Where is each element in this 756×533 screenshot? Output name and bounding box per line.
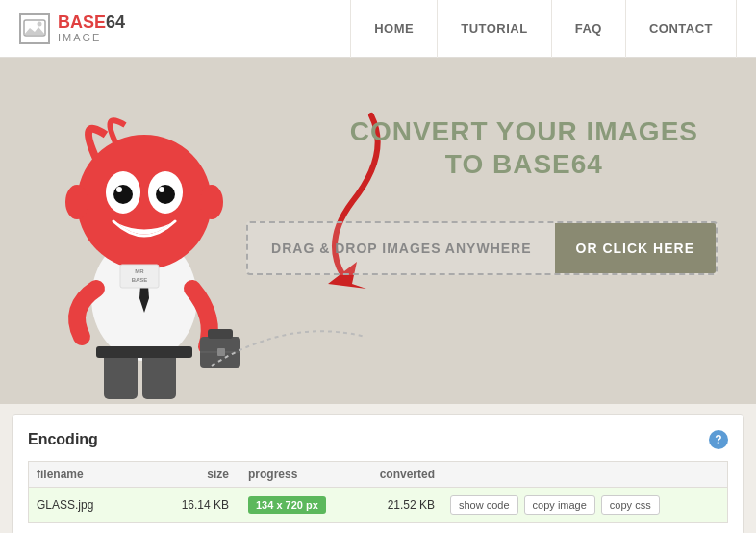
logo-icon (19, 13, 50, 44)
nav-faq[interactable]: FAQ (552, 0, 626, 58)
hero-section: MR BASE CONVERT YOUR IMAGES TO BASE64 DR… (0, 58, 756, 404)
col-header-filename: filename (37, 468, 171, 481)
col-header-size: size (171, 468, 248, 481)
svg-point-10 (156, 185, 175, 204)
drop-zone[interactable]: DRAG & DROP IMAGES ANYWHERE OR CLICK HER… (246, 221, 718, 275)
logo-brand-suffix: 64 (106, 13, 125, 32)
col-header-converted: converted (373, 468, 450, 481)
encoding-section: Encoding ? filename size progress conver… (12, 414, 744, 533)
svg-marker-1 (24, 27, 45, 35)
drop-zone-text: DRAG & DROP IMAGES ANYWHERE (248, 223, 554, 273)
svg-rect-16 (142, 351, 176, 399)
main-nav: HOME TUTORIAL FAQ CONTACT (350, 0, 737, 57)
encoding-header: Encoding ? (28, 430, 728, 449)
nav-home[interactable]: HOME (350, 0, 438, 58)
col-header-actions (450, 468, 719, 481)
svg-point-2 (38, 21, 42, 26)
svg-point-9 (113, 185, 133, 204)
logo-text: BASE64 IMAGE (58, 13, 125, 44)
cell-converted: 21.52 KB (373, 498, 450, 512)
progress-bar: 134 x 720 px (248, 496, 326, 514)
hero-text: CONVERT YOUR IMAGES TO BASE64 (350, 115, 698, 180)
svg-point-13 (65, 185, 88, 219)
cell-progress: 134 x 720 px (248, 496, 373, 514)
svg-point-12 (159, 187, 164, 192)
svg-point-14 (200, 185, 223, 219)
header: BASE64 IMAGE HOME TUTORIAL FAQ CONTACT (0, 0, 756, 58)
cell-size: 16.14 KB (171, 498, 248, 512)
copy-css-button[interactable]: copy css (601, 495, 660, 515)
logo-brand: BASE64 (58, 13, 125, 33)
logo-sub: IMAGE (58, 32, 125, 43)
copy-image-button[interactable]: copy image (524, 495, 595, 515)
svg-rect-15 (104, 351, 138, 399)
encoding-title: Encoding (28, 431, 98, 448)
cell-filename: GLASS.jpg (37, 498, 171, 512)
nav-tutorial[interactable]: TUTORIAL (438, 0, 551, 58)
svg-text:BASE: BASE (132, 277, 148, 283)
svg-rect-17 (96, 346, 192, 358)
col-header-progress: progress (248, 468, 373, 481)
click-here-button[interactable]: OR CLICK HERE (555, 223, 716, 273)
nav-contact[interactable]: CONTACT (626, 0, 737, 58)
curved-arrow-decoration (192, 298, 385, 375)
svg-point-11 (116, 187, 122, 192)
show-code-button[interactable]: show code (450, 495, 518, 515)
table-row: GLASS.jpg 16.14 KB 134 x 720 px 21.52 KB… (28, 487, 728, 523)
help-icon[interactable]: ? (709, 430, 728, 449)
logo-area: BASE64 IMAGE (19, 13, 350, 44)
hero-title-line2: TO BASE64 (350, 148, 698, 181)
svg-text:MR: MR (135, 268, 144, 274)
hero-title-line1: CONVERT YOUR IMAGES (350, 115, 698, 148)
table-header-row: filename size progress converted (28, 461, 728, 487)
cell-actions: show code copy image copy css (450, 495, 719, 515)
logo-brand-highlight: BASE (58, 13, 106, 32)
hero-title: CONVERT YOUR IMAGES TO BASE64 (350, 115, 698, 180)
